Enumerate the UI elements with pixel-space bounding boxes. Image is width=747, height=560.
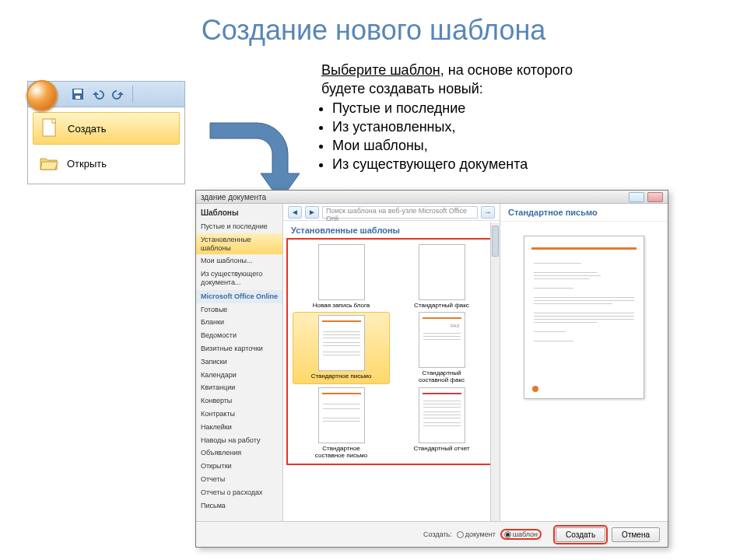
close-button[interactable] xyxy=(647,192,663,202)
redo-icon[interactable] xyxy=(112,88,124,100)
sidebar-item[interactable]: Визитные карточки xyxy=(196,342,282,355)
svg-rect-1 xyxy=(74,89,82,93)
dialog-titlebar: здание документа xyxy=(196,191,668,204)
sidebar-item[interactable]: Открытки xyxy=(196,460,282,473)
sidebar-item-selected[interactable]: Установленные шаблоны xyxy=(196,233,282,255)
sidebar-item[interactable]: Конверты xyxy=(196,394,282,408)
center-heading: Установленные шаблоны xyxy=(283,221,500,238)
template-item[interactable]: Стандартный факс xyxy=(393,244,490,309)
template-item[interactable]: Стандартное составное письмо xyxy=(293,387,390,459)
sidebar-item[interactable]: Наклейки xyxy=(196,421,282,434)
sidebar-item[interactable]: Ведомости xyxy=(196,329,282,342)
sidebar-item[interactable]: Контракты xyxy=(196,408,282,421)
menu-item-create[interactable]: Создать xyxy=(33,112,180,145)
sidebar-item[interactable]: Мои шаблоны... xyxy=(196,254,282,268)
preview-pane: Стандартное письмо xyxy=(500,204,668,521)
search-input[interactable]: Поиск шаблона на веб-узле Microsoft Offi… xyxy=(322,206,478,219)
dialog-center: ◄ ► Поиск шаблона на веб-узле Microsoft … xyxy=(283,204,500,521)
office-menu-fragment: Создать Открыть xyxy=(27,81,185,184)
create-button[interactable]: Создать xyxy=(556,527,605,542)
open-folder-icon xyxy=(39,152,59,174)
sidebar-item[interactable]: Календари xyxy=(196,369,282,382)
new-document-dialog: здание документа Шаблоны Пустые и послед… xyxy=(195,190,668,548)
sidebar-item[interactable]: Пустые и последние xyxy=(196,220,282,233)
new-doc-icon xyxy=(40,117,60,139)
instruction-lead: Выберите шаблон xyxy=(321,62,440,78)
nav-back-icon[interactable]: ◄ xyxy=(288,206,302,219)
office-button[interactable] xyxy=(26,80,58,111)
preview-document xyxy=(524,236,644,399)
scrollbar[interactable] xyxy=(490,222,500,521)
create-as-label: Создать: xyxy=(423,530,452,538)
sidebar-item[interactable]: Отчеты о расходах xyxy=(196,486,282,499)
save-icon[interactable] xyxy=(72,88,84,100)
sidebar-item[interactable]: Бланки xyxy=(196,316,282,329)
search-go-icon[interactable]: → xyxy=(481,206,495,219)
template-item[interactable]: Новая запись блога xyxy=(293,244,390,309)
cancel-button[interactable]: Отмена xyxy=(612,527,660,542)
template-item[interactable]: FAX Стандартный составной факс xyxy=(393,312,490,383)
svg-rect-2 xyxy=(75,96,80,99)
quick-access-toolbar xyxy=(27,81,185,107)
sidebar-item[interactable]: Объявления xyxy=(196,446,282,460)
dialog-sidebar: Шаблоны Пустые и последние Установленные… xyxy=(196,204,283,521)
dialog-footer: Создать: документ шаблон Создать Отмена xyxy=(196,521,668,547)
svg-rect-3 xyxy=(43,119,55,136)
sidebar-item[interactable]: Наводы на работу xyxy=(196,434,282,447)
radio-document[interactable]: документ xyxy=(457,530,496,538)
preview-title: Стандартное письмо xyxy=(500,204,668,222)
office-menu-panel: Создать Открыть xyxy=(27,107,185,184)
slide-title: Создание нового шаблона xyxy=(0,14,747,47)
sidebar-item[interactable]: Письма xyxy=(196,499,282,513)
template-item[interactable]: Стандартный отчет xyxy=(393,387,490,459)
sidebar-item[interactable]: Отчеты xyxy=(196,473,282,486)
help-button[interactable] xyxy=(629,192,644,202)
menu-item-open[interactable]: Открыть xyxy=(33,148,180,179)
sidebar-item[interactable]: Готовые xyxy=(196,303,282,317)
template-grid: Новая запись блога Стандартный факс Стан… xyxy=(286,238,496,465)
sidebar-item[interactable]: Записки xyxy=(196,355,282,369)
nav-fwd-icon[interactable]: ► xyxy=(305,206,319,219)
radio-template[interactable]: шаблон xyxy=(500,529,542,540)
template-item-selected[interactable]: Стандартное письмо xyxy=(293,312,390,383)
undo-icon[interactable] xyxy=(92,88,104,100)
sidebar-item[interactable]: Из существующего документа... xyxy=(196,268,282,289)
sidebar-item[interactable]: Квитанции xyxy=(196,381,282,394)
instruction-block: Выберите шаблон, на основе которого буде… xyxy=(321,61,609,174)
sidebar-section: Microsoft Office Online xyxy=(196,290,282,303)
